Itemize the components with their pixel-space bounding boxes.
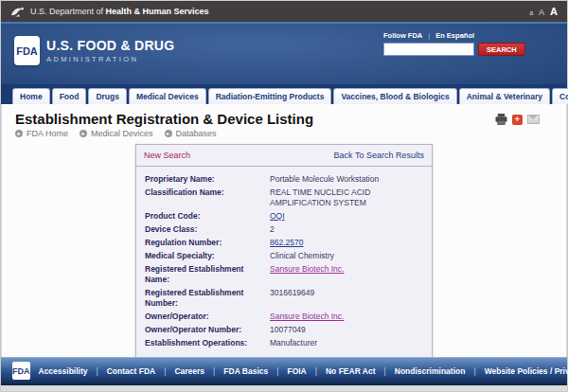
header-utility-links: Follow FDA | En Español [383,31,531,40]
hhs-eagle-icon [10,6,25,18]
tab-medical-devices[interactable]: Medical Devices [129,88,206,104]
tab-home[interactable]: Home [12,88,50,104]
row-value-link[interactable]: OQI [270,211,285,221]
breadcrumb-label: Medical Devices [91,129,153,138]
fda-wordmark-line1: U.S. FOOD & DRUG [46,38,174,53]
footer-link-no-fear-act[interactable]: No FEAR Act [317,366,384,376]
font-size-small-button[interactable]: a [529,9,533,16]
tab-cosmetics[interactable]: Cosmetics [552,88,568,104]
row-value: Sansure Biotech Inc. [270,312,423,322]
breadcrumb-label: Databases [176,129,217,138]
fda-wordmark-line2: ADMINISTRATION [46,55,174,63]
share-icon[interactable]: + [512,115,523,125]
tab-food[interactable]: Food [52,88,87,104]
row-label: Regulation Number: [145,238,270,248]
fda-wordmark: U.S. FOOD & DRUG ADMINISTRATION [46,38,174,63]
breadcrumb-bullet-icon: ▸ [165,130,172,137]
row-label: Owner/Operator Number: [145,325,270,335]
row-value-link[interactable]: Sansure Biotech Inc. [270,264,344,274]
row-value: OQI [270,211,423,222]
row-label: Proprietary Name: [145,174,270,185]
breadcrumb-item-fda-home[interactable]: ▸FDA Home [15,129,68,138]
table-row: Registered Establishment Number:30166196… [145,286,423,310]
panel-header: New Search Back To Search Results [136,145,432,167]
fda-header: FDA U.S. FOOD & DRUG ADMINISTRATION Foll… [1,22,567,84]
row-label: Medical Specialty: [145,251,270,261]
back-to-search-results-link[interactable]: Back To Search Results [334,151,424,160]
row-value-link[interactable]: 862.2570 [270,238,303,247]
footer-bar: FDA Accessibility|Contact FDA|Careers|FD… [1,357,567,383]
row-label: Device Class: [145,224,270,235]
row-label: Product Code: [145,211,270,222]
utility-separator: | [428,31,430,40]
table-row: Medical Specialty:Clinical Chemistry [145,249,423,262]
font-size-large-button[interactable]: A [550,6,558,17]
breadcrumb-item-medical-devices[interactable]: ▸Medical Devices [80,129,153,138]
hhs-department-text[interactable]: U.S. Department of Health & Human Servic… [30,7,209,16]
row-value: 3016619649 [270,288,423,309]
email-icon[interactable] [527,115,540,124]
breadcrumb-label: FDA Home [27,129,68,138]
breadcrumb-bullet-icon: ▸ [80,130,87,137]
row-value: Portable Molecule Workstation [270,174,423,185]
row-label: Registered Establishment Name: [145,264,270,285]
footer-links: Accessibility|Contact FDA|Careers|FDA Ba… [30,366,568,376]
row-value: 2 [270,224,423,235]
breadcrumb-item-databases[interactable]: ▸Databases [165,129,217,138]
header-search: SEARCH [383,43,531,56]
fda-logo[interactable]: FDA [14,36,40,65]
header-utility: Follow FDA | En Español SEARCH [383,31,531,56]
breadcrumb-bullet-icon: ▸ [15,130,23,137]
fda-page: U.S. Department of Health & Human Servic… [0,0,568,392]
row-value-link[interactable]: Sansure Biotech Inc. [270,312,344,321]
table-row: Regulation Number:862.2570 [145,236,423,249]
row-value: Clinical Chemistry [270,251,423,261]
footer-link-careers[interactable]: Careers [166,366,213,376]
main-content: Establishment Registration & Device List… [1,104,567,357]
row-value: 862.2570 [270,238,423,248]
table-row: Establishment Operations:Manufacturer [145,337,423,350]
table-row: Device Class:2 [145,223,423,236]
font-size-controls: a A A [529,6,558,17]
row-value: 10077049 [270,325,423,335]
detail-table: Proprietary Name:Portable Molecule Works… [136,167,432,357]
tab-vaccines-blood-biologics[interactable]: Vaccines, Blood & Biologics [333,88,456,104]
row-label: Owner/Operator: [145,312,270,322]
follow-fda-link[interactable]: Follow FDA [383,31,422,40]
tab-radiation-emitting-products[interactable]: Radiation-Emitting Products [208,88,332,104]
font-size-medium-button[interactable]: A [539,8,544,17]
footer-link-accessibility[interactable]: Accessibility [30,366,97,376]
row-label: Registered Establishment Number: [145,288,270,309]
footer-link-fda-basics[interactable]: FDA Basics [215,366,276,376]
nav-tabs: HomeFoodDrugsMedical DevicesRadiation-Em… [1,84,567,104]
row-label: Establishment Operations: [145,338,270,348]
table-row: Proprietary Name:Portable Molecule Works… [145,172,423,186]
hhs-top-bar: U.S. Department of Health & Human Servic… [1,1,567,22]
page-title: Establishment Registration & Device List… [15,111,566,127]
table-row: Classification Name:REAL TIME NUCLEIC AC… [145,186,423,209]
footer-link-foia[interactable]: FOIA [278,366,314,376]
device-detail-panel: New Search Back To Search Results Propri… [135,144,433,357]
footer-link-website-policies-privacy[interactable]: Website Policies / Privacy [476,366,568,376]
table-row: Product Code:OQI [145,209,423,223]
footer-link-contact-fda[interactable]: Contact FDA [98,366,164,376]
table-row: Owner/Operator:Sansure Biotech Inc. [145,311,423,324]
row-value: REAL TIME NUCLEIC ACID AMPLIFICATION SYS… [270,187,423,208]
row-value: Manufacturer [270,338,423,348]
table-row: Owner/Operator Number:10077049 [145,324,423,337]
print-icon[interactable] [495,114,507,125]
table-row: Registered Establishment Name:Sansure Bi… [145,262,423,286]
search-button[interactable]: SEARCH [478,43,525,56]
row-value: Sansure Biotech Inc. [270,264,423,285]
row-label: Classification Name: [145,187,270,208]
tab-animal-veterinary[interactable]: Animal & Veterinary [459,88,550,104]
breadcrumb: ▸FDA Home▸Medical Devices▸Databases [15,129,566,138]
search-input[interactable] [383,43,474,56]
page-action-icons: + [495,114,540,125]
bottom-strip [1,383,567,391]
footer-link-nondiscrimination[interactable]: Nondiscrimination [386,366,474,376]
new-search-link[interactable]: New Search [144,151,190,160]
en-espanol-link[interactable]: En Español [435,31,474,40]
footer-fda-logo[interactable]: FDA [12,362,30,380]
tab-drugs[interactable]: Drugs [88,88,127,104]
